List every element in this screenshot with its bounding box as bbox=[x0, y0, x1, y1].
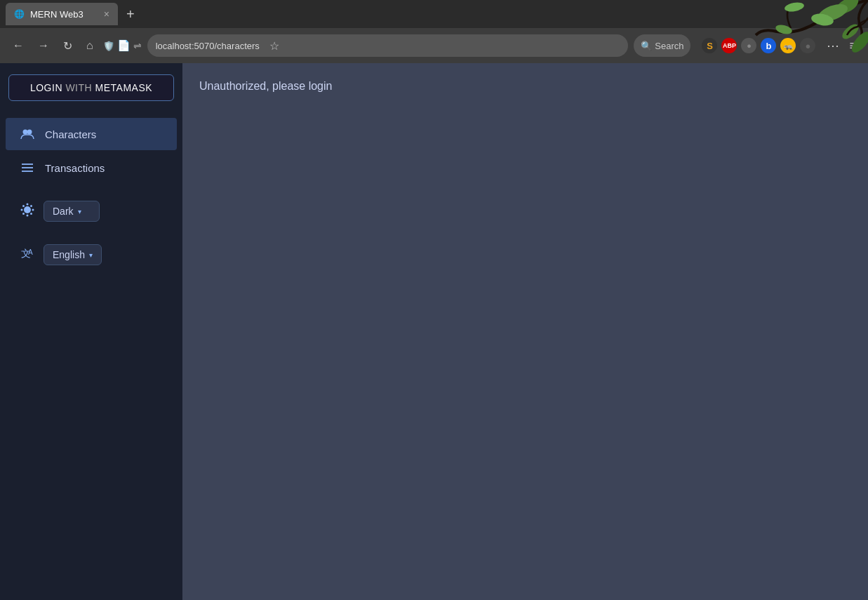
home-button[interactable]: ⌂ bbox=[82, 36, 98, 55]
sidebar-nav: Characters Transactions bbox=[0, 112, 182, 189]
svg-point-15 bbox=[21, 208, 23, 211]
sidebar: LOGIN WITH METAMASK Characters bbox=[0, 63, 182, 600]
more-button[interactable]: ⋯ bbox=[824, 35, 842, 56]
theme-dropdown-arrow: ▾ bbox=[78, 208, 81, 215]
svg-point-14 bbox=[27, 214, 29, 216]
search-label: Search bbox=[655, 41, 683, 51]
svg-point-8 bbox=[27, 130, 32, 135]
svg-text:A: A bbox=[28, 248, 33, 256]
svg-point-16 bbox=[32, 208, 34, 211]
bitwarden-extension[interactable]: b bbox=[761, 38, 776, 53]
tab-close-button[interactable]: × bbox=[104, 8, 109, 20]
search-box[interactable]: 🔍 Search bbox=[634, 34, 690, 57]
theme-setting-row: Dark ▾ bbox=[6, 192, 177, 230]
menu-button[interactable]: ≡ bbox=[846, 36, 860, 56]
new-tab-button[interactable]: + bbox=[121, 6, 140, 22]
security-icon: 🛡️ bbox=[103, 41, 114, 51]
address-text: localhost:5070/characters bbox=[156, 41, 260, 51]
search-icon: 🔍 bbox=[641, 41, 652, 51]
browser-extensions: S ABP ● b 🦡 ● bbox=[702, 38, 815, 53]
login-metamask-button[interactable]: LOGIN WITH METAMASK bbox=[8, 74, 174, 101]
theme-label: Dark bbox=[53, 206, 74, 217]
svg-point-17 bbox=[22, 205, 25, 207]
language-dropdown-arrow: ▾ bbox=[89, 251, 93, 259]
sidebar-item-characters[interactable]: Characters bbox=[6, 118, 177, 150]
svg-point-7 bbox=[23, 130, 28, 135]
connection-icon: ⇌ bbox=[133, 40, 142, 51]
theme-icon bbox=[20, 202, 35, 221]
reload-button[interactable]: ↻ bbox=[59, 36, 76, 55]
back-button[interactable]: ← bbox=[8, 36, 28, 55]
forward-button[interactable]: → bbox=[34, 36, 53, 55]
svg-point-13 bbox=[27, 203, 29, 205]
bookmark-icon[interactable]: ☆ bbox=[269, 39, 279, 53]
tab-favicon: 🌐 bbox=[14, 9, 25, 19]
language-dropdown[interactable]: English ▾ bbox=[44, 244, 102, 265]
transactions-icon bbox=[20, 160, 35, 175]
language-setting-row: 文 A English ▾ bbox=[6, 236, 177, 274]
unauthorized-message: Unauthorized, please login bbox=[199, 80, 851, 93]
svg-point-19 bbox=[22, 213, 25, 215]
characters-icon bbox=[20, 126, 35, 142]
privacy-badger-extension[interactable]: 🦡 bbox=[780, 38, 796, 53]
scribd-extension[interactable]: S bbox=[702, 38, 717, 53]
transactions-label: Transactions bbox=[45, 162, 105, 174]
characters-label: Characters bbox=[45, 128, 96, 140]
ext6-extension[interactable]: ● bbox=[800, 38, 815, 53]
main-content: Unauthorized, please login bbox=[182, 63, 868, 600]
sidebar-item-transactions[interactable]: Transactions bbox=[6, 152, 177, 184]
tab-title: MERN Web3 bbox=[30, 9, 84, 20]
language-icon: 文 A bbox=[20, 246, 35, 264]
svg-point-12 bbox=[24, 206, 31, 213]
page-info-icon: 📄 bbox=[117, 39, 131, 52]
svg-point-20 bbox=[30, 213, 32, 215]
svg-point-18 bbox=[30, 205, 32, 207]
nav-right-controls: ⋯ ≡ bbox=[824, 35, 860, 56]
adblock-extension[interactable]: ABP bbox=[721, 38, 737, 53]
address-bar[interactable]: localhost:5070/characters ☆ bbox=[147, 34, 629, 57]
browser-tab-mern[interactable]: 🌐 MERN Web3 × bbox=[6, 3, 118, 25]
language-label: English bbox=[53, 249, 85, 260]
theme-dropdown[interactable]: Dark ▾ bbox=[44, 201, 100, 222]
circle-extension[interactable]: ● bbox=[741, 38, 756, 53]
